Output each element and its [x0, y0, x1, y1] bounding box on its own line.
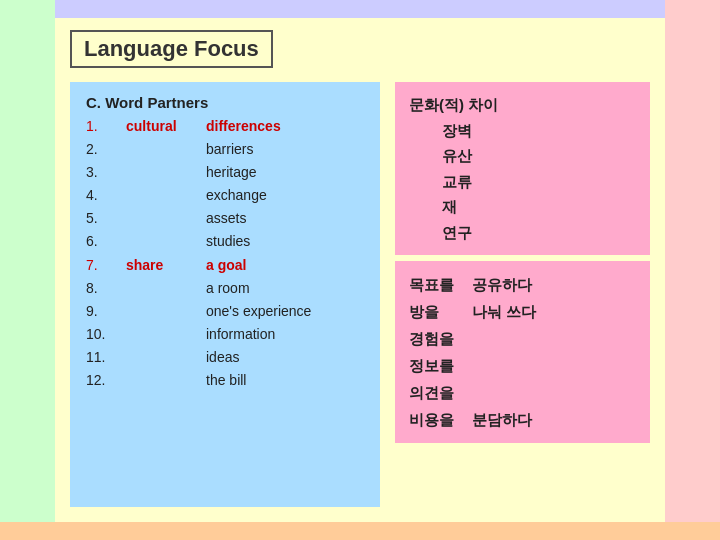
row-definition: a goal: [206, 254, 364, 277]
row-number: 6.: [86, 230, 126, 253]
row-word: [126, 184, 206, 207]
row-word: [126, 369, 206, 392]
row-word: [126, 207, 206, 230]
row-number: 9.: [86, 300, 126, 323]
row-word: share: [126, 254, 206, 277]
row-word: [126, 300, 206, 323]
bottom-bar: [0, 522, 720, 540]
word-partners-row: 4.exchange: [86, 184, 364, 207]
row-definition: assets: [206, 207, 364, 230]
content-area: Language Focus C. Word Partners 1.cultur…: [55, 18, 665, 522]
row-definition: the bill: [206, 369, 364, 392]
row-number: 11.: [86, 346, 126, 369]
korean-bottom-right: 공유하다 나눠 쓰다 분담하다: [472, 271, 536, 433]
top-bar: [0, 0, 720, 18]
word-partners-row: 10.information: [86, 323, 364, 346]
right-bar: [665, 0, 720, 540]
word-partners-box: C. Word Partners 1.culturaldifferences2.…: [70, 82, 380, 507]
row-word: [126, 346, 206, 369]
row-number: 4.: [86, 184, 126, 207]
korean-area: 문화(적) 차이 장벽 유산 교류 재 연구 목표를 방을 경험을 정보를: [395, 82, 650, 507]
row-definition: studies: [206, 230, 364, 253]
row-word: cultural: [126, 115, 206, 138]
row-definition: differences: [206, 115, 364, 138]
word-partners-row: 9.one's experience: [86, 300, 364, 323]
row-number: 5.: [86, 207, 126, 230]
row-word: [126, 161, 206, 184]
row-number: 2.: [86, 138, 126, 161]
row-word: [126, 138, 206, 161]
word-partners-row: 12.the bill: [86, 369, 364, 392]
row-definition: heritage: [206, 161, 364, 184]
word-partners-row: 3.heritage: [86, 161, 364, 184]
row-definition: exchange: [206, 184, 364, 207]
row-definition: a room: [206, 277, 364, 300]
korean-top-box: 문화(적) 차이 장벽 유산 교류 재 연구: [395, 82, 650, 255]
word-partners-row: 7.sharea goal: [86, 254, 364, 277]
main-content: C. Word Partners 1.culturaldifferences2.…: [70, 82, 650, 507]
korean-bottom-box: 목표를 방을 경험을 정보를 의견을 비용을 공유하다 나눠 쓰다 분담하다: [395, 261, 650, 443]
korean-top-left: 문화(적) 차이 장벽 유산 교류 재 연구: [409, 92, 498, 245]
page-title: Language Focus: [84, 36, 259, 61]
word-partners-title: C. Word Partners: [86, 94, 364, 111]
word-partners-row: 11.ideas: [86, 346, 364, 369]
word-partners-row: 8.a room: [86, 277, 364, 300]
row-number: 1.: [86, 115, 126, 138]
title-box: Language Focus: [70, 30, 273, 68]
row-definition: barriers: [206, 138, 364, 161]
row-number: 7.: [86, 254, 126, 277]
row-number: 3.: [86, 161, 126, 184]
left-bar: [0, 0, 55, 540]
word-partners-row: 6.studies: [86, 230, 364, 253]
row-word: [126, 323, 206, 346]
row-word: [126, 277, 206, 300]
row-definition: one's experience: [206, 300, 364, 323]
row-word: [126, 230, 206, 253]
word-partners-rows: 1.culturaldifferences2.barriers3.heritag…: [86, 115, 364, 392]
row-number: 12.: [86, 369, 126, 392]
row-definition: information: [206, 323, 364, 346]
row-number: 10.: [86, 323, 126, 346]
word-partners-row: 5.assets: [86, 207, 364, 230]
row-definition: ideas: [206, 346, 364, 369]
korean-bottom-left: 목표를 방을 경험을 정보를 의견을 비용을: [409, 271, 454, 433]
word-partners-row: 2.barriers: [86, 138, 364, 161]
word-partners-row: 1.culturaldifferences: [86, 115, 364, 138]
row-number: 8.: [86, 277, 126, 300]
